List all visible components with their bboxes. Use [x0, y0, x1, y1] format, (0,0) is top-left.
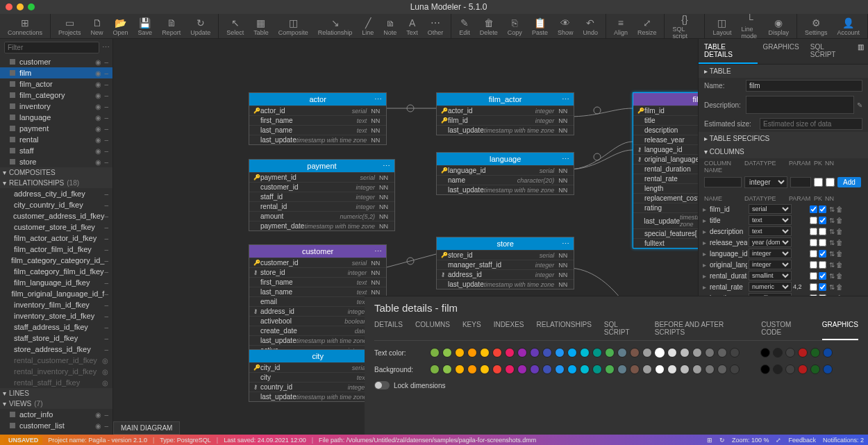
color-swatch[interactable]	[823, 364, 833, 374]
toolbar-layout[interactable]: ◫Layout	[708, 14, 736, 39]
nn-checkbox[interactable]	[819, 283, 826, 291]
tree-table-inventory[interactable]: inventory◉–	[0, 101, 112, 112]
column-row[interactable]: ⚷address_idintegerNN	[437, 269, 574, 279]
details-tab[interactable]: KEYS	[462, 321, 481, 336]
color-swatch[interactable]	[455, 364, 465, 374]
entity-payment[interactable]: payment⋯🔑payment_idserialNNcustomer_idin…	[249, 159, 395, 231]
entity-menu-icon[interactable]: ⋯	[374, 95, 382, 104]
column-row[interactable]: last_updatetimestamp with time zoneNN	[633, 212, 698, 228]
column-definition-row[interactable]: ▸descriptiontext⇅🗑	[699, 226, 868, 237]
tree-rel[interactable]: staff_address_id_fkey–	[0, 321, 112, 333]
nn-checkbox[interactable]	[819, 250, 826, 258]
tree-rel[interactable]: address_city_id_fkey–	[0, 188, 112, 199]
tree-header[interactable]: ▾VIEWS(7)	[0, 398, 112, 409]
column-row[interactable]: lengthsmallint	[633, 183, 698, 193]
pk-checkbox[interactable]	[810, 239, 817, 246]
tree-header[interactable]: ▾COMPOSITES	[0, 167, 112, 178]
column-row[interactable]: 🔑store_idserialNN	[437, 250, 574, 260]
column-definition-row[interactable]: ▸film_idserial⇅🗑	[699, 203, 868, 215]
column-row[interactable]: 🔑actor_idintegerNN	[437, 106, 574, 115]
column-definition-row[interactable]: ▸rental_ratenumeric4,2⇅🗑	[699, 281, 868, 292]
color-swatch[interactable]	[567, 348, 577, 358]
color-swatch[interactable]	[605, 348, 615, 358]
details-tab[interactable]: BEFORE AND AFTER SCRIPTS	[655, 321, 749, 336]
tree-table-rental[interactable]: rental◉–	[0, 134, 112, 145]
maximize-icon[interactable]	[28, 3, 35, 10]
color-swatch[interactable]	[810, 364, 820, 374]
toolbar-undo[interactable]: ↶Undo	[578, 14, 603, 39]
toolbar-open[interactable]: 📂Open	[108, 14, 133, 39]
pk-checkbox[interactable]	[810, 272, 817, 280]
color-swatch[interactable]	[567, 364, 577, 374]
color-swatch[interactable]	[530, 348, 540, 358]
tree-rel-hidden[interactable]: rental_inventory_id_fkey◎	[0, 366, 112, 377]
notifications-link[interactable]: Notifications: 2	[823, 437, 864, 444]
column-row[interactable]: last_nametextNN	[249, 125, 386, 135]
visibility-icon[interactable]: ◎	[102, 357, 108, 364]
move-icon[interactable]: ⇅	[829, 217, 835, 224]
toolbar-line[interactable]: ╱Line	[357, 14, 378, 39]
column-row[interactable]: last_updatetimestamp with time zoneNN	[437, 125, 574, 135]
color-swatch[interactable]	[467, 364, 477, 374]
entity-header[interactable]: film_actor⋯	[437, 93, 574, 106]
color-swatch[interactable]	[617, 364, 627, 374]
color-swatch[interactable]	[667, 348, 677, 358]
toolbar-composite[interactable]: ◫Composite	[274, 14, 313, 39]
delete-icon[interactable]: 🗑	[836, 228, 843, 235]
column-row[interactable]: titletextNN	[633, 115, 698, 125]
tree-view[interactable]: customer_list◉–	[0, 420, 112, 431]
feedback-link[interactable]: Feedback	[788, 437, 816, 444]
toolbar-edit[interactable]: ✎Edit	[454, 14, 475, 39]
move-icon[interactable]: ⇅	[829, 272, 835, 280]
color-swatch[interactable]	[730, 348, 740, 358]
tree-table-film_actor[interactable]: film_actor◉–	[0, 78, 112, 90]
nn-checkbox[interactable]	[819, 217, 826, 224]
entity-actor[interactable]: actor⋯🔑actor_idserialNNfirst_nametextNNl…	[249, 92, 387, 145]
move-icon[interactable]: ⇅	[829, 250, 835, 258]
nn-checkbox[interactable]	[819, 239, 826, 246]
column-row[interactable]: ratingmpaa_rating	[633, 203, 698, 212]
pk-checkbox[interactable]	[810, 261, 817, 269]
color-swatch[interactable]	[760, 364, 770, 374]
minimize-icon[interactable]	[17, 3, 24, 10]
pk-checkbox[interactable]	[810, 250, 817, 258]
visibility-icon[interactable]: ◉	[95, 158, 101, 166]
new-col-nn-checkbox[interactable]	[826, 178, 835, 187]
column-definition-row[interactable]: ▸titletext⇅🗑	[699, 215, 868, 226]
color-swatch[interactable]	[692, 364, 702, 374]
color-swatch[interactable]	[798, 364, 808, 374]
move-icon[interactable]: ⇅	[829, 205, 835, 213]
color-swatch[interactable]	[692, 348, 702, 358]
color-swatch[interactable]	[492, 348, 502, 358]
entity-menu-icon[interactable]: ⋯	[383, 162, 390, 171]
entity-header[interactable]: store⋯	[437, 237, 574, 250]
color-swatch[interactable]	[642, 364, 652, 374]
column-row[interactable]: ⚷store_idintegerNN	[249, 267, 386, 277]
move-icon[interactable]: ⇅	[829, 261, 835, 269]
panel-tab[interactable]: TABLE DETAILS	[699, 39, 758, 64]
nn-checkbox[interactable]	[819, 272, 826, 280]
entity-menu-icon[interactable]: ⋯	[562, 95, 569, 104]
delete-icon[interactable]: 🗑	[836, 261, 843, 269]
column-definition-row[interactable]: ▸rental_durationsmallint⇅🗑	[699, 270, 868, 281]
nn-checkbox[interactable]	[819, 205, 826, 213]
tree-rel[interactable]: inventory_store_id_fkey–	[0, 310, 112, 321]
filter-input[interactable]	[4, 42, 99, 53]
panel-layout-icon[interactable]: ▥	[853, 39, 868, 64]
column-row[interactable]: rental_durationsmallintNN	[633, 164, 698, 174]
datatype-select[interactable]: year (domain)	[749, 237, 792, 247]
color-swatch[interactable]	[580, 348, 590, 358]
toolbar-resize[interactable]: ⤢Resize	[633, 14, 662, 39]
delete-icon[interactable]: 🗑	[836, 272, 843, 280]
column-row[interactable]: staff_idintegerNN	[249, 192, 394, 201]
tree-rel[interactable]: customer_store_id_fkey–	[0, 221, 112, 233]
color-swatch[interactable]	[530, 364, 540, 374]
tree-rel[interactable]: film_category_film_id_fkey–	[0, 266, 112, 277]
color-swatch[interactable]	[467, 348, 477, 358]
tree-rel-hidden[interactable]: rental_customer_id_fkey◎	[0, 355, 112, 366]
details-tab[interactable]: DETAILS	[374, 321, 403, 336]
tree-header[interactable]: ▾LINES	[0, 388, 112, 398]
datatype-select[interactable]: integer	[749, 260, 792, 269]
color-swatch[interactable]	[798, 348, 808, 358]
color-swatch[interactable]	[442, 364, 452, 374]
